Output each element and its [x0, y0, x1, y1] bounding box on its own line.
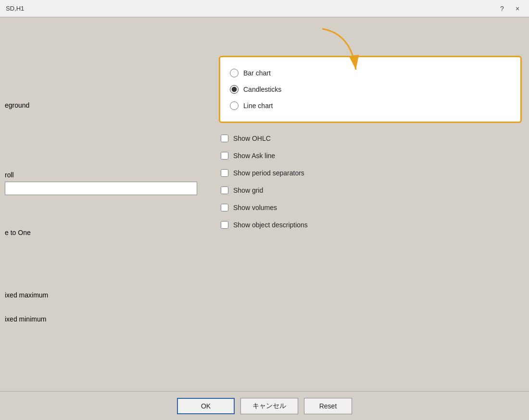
bottom-bar: OK キャンセル Reset [0, 391, 529, 420]
checkbox-input-show-volumes[interactable] [221, 204, 228, 211]
title-bar: SD,H1 ? × [0, 0, 529, 17]
checkbox-label-show-object-descriptions: Show object descriptions [233, 221, 308, 229]
checkbox-label-show-volumes: Show volumes [233, 204, 277, 211]
radio-label-candlesticks: Candlesticks [243, 86, 281, 93]
ground-label: eground [5, 101, 29, 109]
checkbox-input-show-ask-line[interactable] [221, 152, 228, 160]
window-title: SD,H1 [6, 5, 24, 12]
cancel-button[interactable]: キャンセル [240, 398, 298, 414]
radio-item-candlesticks[interactable]: Candlesticks [230, 81, 511, 98]
radio-label-line-chart: Line chart [243, 102, 273, 110]
radio-label-bar-chart: Bar chart [243, 69, 271, 77]
checkbox-items: Show OHLCShow Ask lineShow period separa… [219, 130, 522, 234]
radio-input-candlesticks[interactable] [230, 85, 239, 94]
checkbox-item-show-object-descriptions[interactable]: Show object descriptions [219, 216, 522, 234]
checkbox-input-show-grid[interactable] [221, 186, 228, 194]
radio-input-bar-chart[interactable] [230, 69, 239, 77]
to-one-label: e to One [5, 229, 31, 236]
radio-item-bar-chart[interactable]: Bar chart [230, 65, 511, 81]
title-buttons: ? × [496, 3, 523, 14]
checkbox-item-show-ohlc[interactable]: Show OHLC [219, 130, 522, 147]
checkbox-item-show-period-separators[interactable]: Show period separators [219, 164, 522, 182]
roll-label: roll [5, 171, 197, 195]
radio-input-line-chart[interactable] [230, 101, 239, 110]
checkbox-input-show-ohlc[interactable] [221, 135, 228, 142]
fixed-min-label: ixed minimum [5, 315, 46, 323]
checkbox-label-show-ask-line: Show Ask line [233, 152, 275, 160]
checkbox-label-show-period-separators: Show period separators [233, 169, 304, 177]
checkbox-item-show-ask-line[interactable]: Show Ask line [219, 147, 522, 164]
ok-button[interactable]: OK [177, 398, 235, 414]
checkbox-label-show-ohlc: Show OHLC [233, 135, 271, 142]
radio-item-line-chart[interactable]: Line chart [230, 98, 511, 114]
checkbox-label-show-grid: Show grid [233, 186, 263, 194]
close-button[interactable]: × [512, 3, 523, 14]
main-panel: Bar chartCandlesticksLine chart Show OHL… [212, 17, 529, 391]
checkbox-input-show-period-separators[interactable] [221, 169, 228, 177]
left-panel: eground roll e to One ixed maximum ixed … [0, 17, 212, 391]
chart-type-radio-group: Bar chartCandlesticksLine chart [219, 56, 522, 123]
checkbox-input-show-object-descriptions[interactable] [221, 221, 228, 229]
radio-items: Bar chartCandlesticksLine chart [230, 65, 511, 114]
checkbox-item-show-grid[interactable]: Show grid [219, 182, 522, 199]
checkbox-item-show-volumes[interactable]: Show volumes [219, 199, 522, 216]
fixed-max-label: ixed maximum [5, 291, 48, 299]
reset-button[interactable]: Reset [304, 398, 352, 414]
checkbox-section: Show OHLCShow Ask lineShow period separa… [219, 130, 522, 234]
help-button[interactable]: ? [496, 3, 508, 14]
